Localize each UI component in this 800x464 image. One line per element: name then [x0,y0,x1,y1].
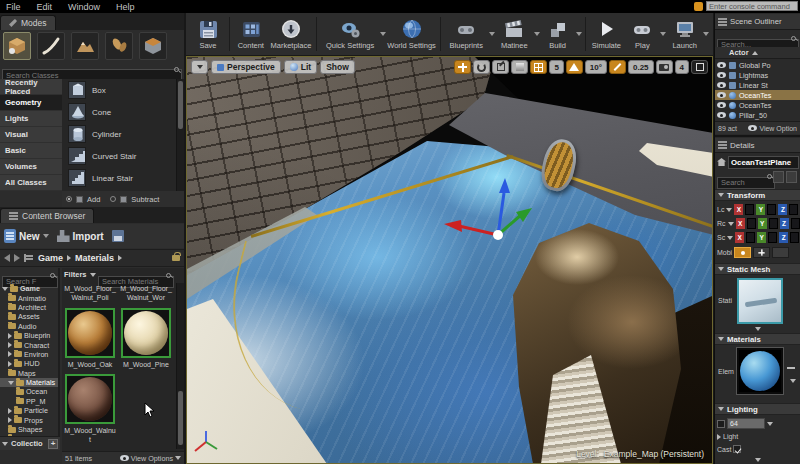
viewport-scene[interactable]: Level: Example_Map (Persistent) [187,57,712,463]
surface-snap-button[interactable] [511,60,528,74]
asset-grid-scrollbar[interactable] [176,283,184,449]
viewport-options-button[interactable] [191,60,208,74]
save-button[interactable]: Save [190,17,226,51]
scene-outliner-tab[interactable]: Scene Outliner [715,14,800,30]
location-y-field[interactable] [767,204,776,215]
details-settings-button[interactable] [786,171,797,183]
content-button[interactable]: Content [233,17,269,51]
console-command-input[interactable] [706,1,798,11]
outliner-row[interactable]: OceanTes [715,100,800,110]
camera-speed-value[interactable]: 4 [675,60,689,74]
tree-item-game[interactable]: Game [0,284,58,293]
add-radio[interactable] [66,196,72,202]
menu-help[interactable]: Help [116,2,135,12]
camera-speed-button[interactable] [656,60,673,74]
geometry-item-cylinder[interactable]: Cylinder [62,123,176,145]
path-tree-icon[interactable] [24,254,34,262]
outliner-view-options-button[interactable]: View Option [759,125,797,132]
rotation-snap-button[interactable] [566,60,583,74]
asset-name-overflow[interactable]: M_Wood_Floor_Walnut_Poli [64,285,116,303]
asset-thumbnail-pine[interactable] [121,308,171,358]
tree-item[interactable]: HUD [0,359,58,368]
level-viewport[interactable]: Level: Example_Map (Persistent) Perspect… [186,56,713,464]
tree-item[interactable]: PP_M [0,397,58,406]
category-geometry[interactable]: Geometry [0,95,62,111]
tree-item[interactable]: Audio [0,322,58,331]
scale-z-field[interactable] [790,232,799,243]
build-caret-icon[interactable] [576,32,582,36]
breadcrumb-materials[interactable]: Materials [75,253,114,263]
geometry-list-scrollbar[interactable] [176,79,184,191]
scale-y-field[interactable] [768,232,777,243]
new-asset-button[interactable]: New [4,229,49,243]
lit-mode-button[interactable]: Lit [284,60,317,74]
category-basic[interactable]: Basic [0,143,62,159]
mode-place-button[interactable] [3,32,31,60]
location-x-field[interactable] [745,204,754,215]
maximize-viewport-button[interactable] [691,60,708,74]
visibility-eye-icon[interactable] [717,112,726,118]
translate-tool-button[interactable] [454,60,471,74]
tree-item[interactable]: Particle [0,406,58,415]
asset-thumbnail-walnut[interactable] [65,374,115,424]
static-mesh-section-header[interactable]: Static Mesh [715,263,800,275]
tree-item[interactable]: Ocean [0,387,58,396]
visibility-eye-icon[interactable] [717,72,726,78]
perspective-button[interactable]: Perspective [211,60,281,74]
tree-item[interactable]: Maps [0,369,58,378]
tree-item[interactable]: Blueprin [0,331,58,340]
rotation-z-field[interactable] [791,218,800,229]
save-all-icon[interactable] [112,230,124,242]
static-mesh-thumbnail[interactable] [737,278,783,324]
tree-item[interactable]: Shapes [0,425,58,434]
mode-paint-button[interactable] [37,32,65,60]
lighting-section-header[interactable]: Lighting [715,403,800,415]
mode-foliage-button[interactable] [105,32,133,60]
grid-snap-value[interactable]: 5 [549,60,563,74]
outliner-row-selected[interactable]: OceanTes [715,90,800,100]
actor-name-field[interactable] [728,156,799,169]
content-browser-tab[interactable]: Content Browser [0,208,94,223]
back-icon[interactable] [4,254,10,262]
asset-name[interactable]: M_Wood_Walnut [64,427,116,445]
menu-file[interactable]: File [6,2,21,12]
menu-window[interactable]: Window [68,2,100,12]
play-button[interactable]: Play [624,17,660,51]
transform-gizmo[interactable] [415,163,565,253]
geometry-item-linear-stair[interactable]: Linear Stair [62,167,176,189]
transform-section-header[interactable]: Transform [715,189,800,201]
geometry-item-cone[interactable]: Cone [62,101,176,123]
view-options-button[interactable]: View Options [131,454,173,463]
launch-caret-icon[interactable] [703,32,709,36]
asset-name[interactable]: M_Wood_Pine [120,361,172,370]
scale-x-field[interactable] [746,232,755,243]
collections-bar[interactable]: Collectio + [0,436,60,450]
tree-item[interactable]: Assets [0,312,58,321]
tree-item-materials[interactable]: Materials [0,378,58,387]
rotation-snap-value[interactable]: 10° [585,60,607,74]
details-display-button[interactable] [773,171,784,183]
tree-item[interactable]: Props [0,415,58,424]
location-z-field[interactable] [789,204,798,215]
asset-name[interactable]: M_Wood_Oak [64,361,116,370]
tree-item[interactable]: Architect [0,303,58,312]
expand-section-icon[interactable] [755,327,761,331]
scale-snap-button[interactable] [609,60,626,74]
materials-section-header[interactable]: Materials [715,333,800,345]
blueprints-button[interactable]: Blueprints [444,17,489,51]
rotate-tool-button[interactable] [473,60,490,74]
asset-name-overflow[interactable]: M_Wood_Floor_Walnut_Wor [120,285,172,303]
actor-column-header[interactable]: Actor [715,47,800,59]
tree-item[interactable]: Charact [0,340,58,349]
lightmap-resolution-field[interactable]: 64 [727,418,765,429]
quick-settings-button[interactable]: Quick Settings [320,17,380,51]
rotation-y-field[interactable] [769,218,778,229]
cast-shadow-checkbox[interactable] [733,445,741,453]
outliner-row[interactable]: Lightmas [715,70,800,80]
tree-item[interactable]: Animatio [0,293,58,302]
mobility-stationary-button[interactable] [753,247,770,258]
import-button[interactable]: Import [57,230,104,242]
lock-icon[interactable] [172,255,180,261]
mode-landscape-button[interactable] [71,32,99,60]
world-settings-button[interactable]: World Settings [386,17,436,51]
